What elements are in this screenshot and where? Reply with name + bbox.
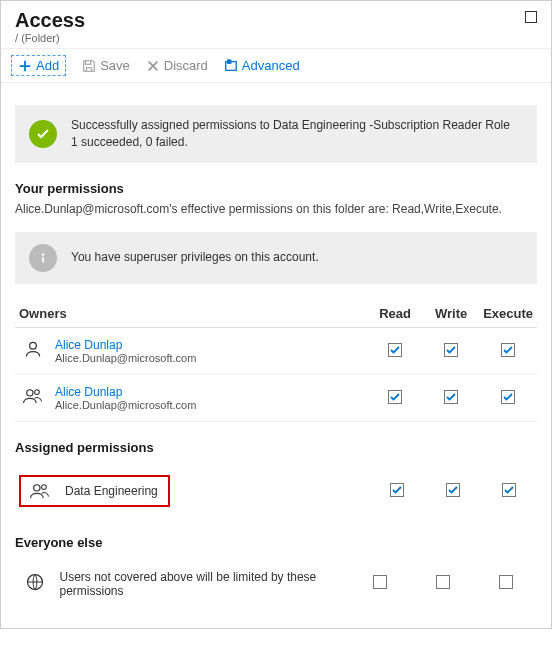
svg-point-5 [27, 390, 33, 396]
owner-email: Alice.Dunlap@microsoft.com [55, 352, 363, 364]
read-checkbox[interactable] [390, 483, 404, 497]
col-write: Write [423, 298, 479, 328]
discard-button[interactable]: Discard [146, 58, 208, 73]
success-text-2: 1 succeeded, 0 failed. [71, 134, 510, 151]
assigned-name[interactable]: Data Engineering [65, 484, 158, 498]
user-icon [23, 339, 43, 359]
everyone-title: Everyone else [1, 531, 551, 554]
execute-checkbox[interactable] [501, 390, 515, 404]
read-checkbox[interactable] [388, 343, 402, 357]
advanced-icon [224, 59, 238, 73]
maximize-icon[interactable] [525, 11, 537, 23]
col-read: Read [367, 298, 423, 328]
table-row: Alice DunlapAlice.Dunlap@microsoft.com [15, 327, 537, 374]
success-banner: Successfully assigned permissions to Dat… [15, 105, 537, 163]
owner-name[interactable]: Alice Dunlap [55, 385, 363, 399]
page-title: Access [15, 9, 537, 32]
add-button[interactable]: Add [11, 55, 66, 76]
table-row: Users not covered above will be limited … [15, 560, 537, 608]
panel-header: Access / (Folder) [1, 1, 551, 48]
col-owners: Owners [15, 298, 367, 328]
assigned-table: Data Engineering [15, 465, 537, 517]
execute-checkbox[interactable] [501, 343, 515, 357]
your-permissions-sub: Alice.Dunlap@microsoft.com's effective p… [1, 200, 551, 224]
table-row: Data Engineering [15, 465, 537, 517]
info-circle-icon [29, 244, 57, 272]
users-icon [22, 386, 44, 406]
your-permissions-title: Your permissions [1, 177, 551, 200]
globe-icon [25, 572, 45, 592]
write-checkbox[interactable] [444, 390, 458, 404]
read-checkbox[interactable] [388, 390, 402, 404]
save-button[interactable]: Save [82, 58, 130, 73]
svg-point-8 [42, 484, 47, 489]
svg-point-2 [42, 253, 45, 256]
info-text: You have superuser privileges on this ac… [71, 249, 319, 266]
save-icon [82, 59, 96, 73]
execute-checkbox[interactable] [499, 575, 513, 589]
advanced-button[interactable]: Advanced [224, 58, 300, 73]
everyone-desc: Users not covered above will be limited … [56, 560, 349, 608]
highlighted-assignment: Data Engineering [19, 475, 170, 507]
execute-checkbox[interactable] [502, 483, 516, 497]
svg-rect-3 [42, 257, 44, 262]
toolbar: Add Save Discard Advanced [1, 48, 551, 83]
check-circle-icon [29, 120, 57, 148]
info-banner: You have superuser privileges on this ac… [15, 232, 537, 284]
svg-point-7 [34, 484, 40, 490]
x-icon [146, 59, 160, 73]
success-text-1: Successfully assigned permissions to Dat… [71, 117, 510, 134]
write-checkbox[interactable] [444, 343, 458, 357]
everyone-table: Users not covered above will be limited … [15, 560, 537, 608]
svg-point-6 [35, 390, 40, 395]
owner-name[interactable]: Alice Dunlap [55, 338, 363, 352]
write-checkbox[interactable] [436, 575, 450, 589]
col-execute: Execute [479, 298, 537, 328]
svg-rect-1 [227, 59, 231, 63]
assigned-title: Assigned permissions [1, 436, 551, 459]
owners-table: Owners Read Write Execute Alice DunlapAl… [15, 298, 537, 422]
breadcrumb: / (Folder) [15, 32, 537, 44]
write-checkbox[interactable] [446, 483, 460, 497]
owner-email: Alice.Dunlap@microsoft.com [55, 399, 363, 411]
read-checkbox[interactable] [373, 575, 387, 589]
table-row: Alice DunlapAlice.Dunlap@microsoft.com [15, 374, 537, 421]
users-icon [29, 481, 51, 501]
plus-icon [18, 59, 32, 73]
svg-point-4 [30, 342, 37, 349]
